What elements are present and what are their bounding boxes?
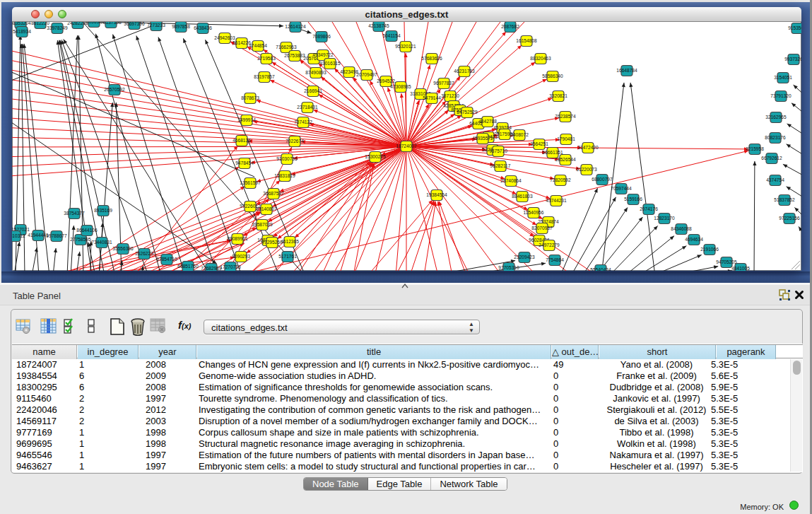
svg-text:33978249: 33978249 bbox=[47, 25, 68, 30]
svg-text:27758595: 27758595 bbox=[70, 237, 91, 242]
svg-text:36697396: 36697396 bbox=[124, 22, 145, 26]
svg-text:70597444: 70597444 bbox=[611, 186, 632, 191]
svg-text:31472420: 31472420 bbox=[577, 145, 599, 150]
svg-text:4612365: 4612365 bbox=[281, 239, 299, 244]
svg-text:3154051: 3154051 bbox=[774, 75, 792, 80]
svg-text:24942603: 24942603 bbox=[214, 35, 235, 40]
svg-text:88320463: 88320463 bbox=[530, 56, 551, 61]
svg-text:16648784: 16648784 bbox=[616, 68, 637, 73]
svg-text:19384554: 19384554 bbox=[426, 192, 447, 197]
svg-text:16154808: 16154808 bbox=[516, 38, 537, 43]
svg-text:9478454: 9478454 bbox=[235, 160, 254, 165]
svg-text:13561597: 13561597 bbox=[240, 180, 261, 185]
svg-text:72820592: 72820592 bbox=[550, 177, 571, 182]
svg-text:7273233: 7273233 bbox=[147, 23, 165, 28]
svg-text:95320121: 95320121 bbox=[395, 44, 416, 49]
svg-text:5479144: 5479144 bbox=[423, 95, 441, 100]
svg-text:35556386: 35556386 bbox=[112, 246, 134, 251]
svg-text:26753883: 26753883 bbox=[284, 53, 305, 58]
svg-text:4668136: 4668136 bbox=[233, 138, 251, 143]
svg-text:73440831: 73440831 bbox=[91, 240, 112, 245]
svg-text:5418934: 5418934 bbox=[13, 29, 31, 34]
svg-text:4841005: 4841005 bbox=[731, 266, 750, 271]
svg-text:66792612: 66792612 bbox=[761, 156, 782, 160]
svg-text:2087682: 2087682 bbox=[501, 24, 519, 29]
svg-text:3871230: 3871230 bbox=[441, 93, 459, 98]
svg-text:2626229: 2626229 bbox=[135, 251, 153, 256]
svg-text:23209423: 23209423 bbox=[514, 255, 535, 259]
svg-text:8215958: 8215958 bbox=[746, 146, 764, 151]
svg-text:96282117: 96282117 bbox=[490, 163, 511, 168]
svg-text:80823176: 80823176 bbox=[765, 135, 786, 140]
svg-text:87490893: 87490893 bbox=[305, 70, 326, 75]
svg-text:89089901: 89089901 bbox=[227, 236, 248, 241]
svg-text:83140807: 83140807 bbox=[256, 206, 277, 211]
svg-text:20570592: 20570592 bbox=[104, 87, 125, 92]
svg-text:82070937: 82070937 bbox=[531, 226, 553, 230]
svg-text:15300275: 15300275 bbox=[365, 154, 386, 159]
svg-text:76238574: 76238574 bbox=[555, 114, 576, 119]
svg-text:15831819: 15831819 bbox=[274, 173, 295, 178]
svg-text:4842788: 4842788 bbox=[478, 119, 497, 124]
svg-text:2694522: 2694522 bbox=[377, 78, 395, 83]
svg-text:3564251: 3564251 bbox=[530, 141, 548, 146]
svg-text:2719583: 2719583 bbox=[257, 56, 276, 61]
svg-text:23718431: 23718431 bbox=[297, 105, 318, 110]
svg-text:39587039: 39587039 bbox=[252, 222, 273, 227]
svg-text:18724007: 18724007 bbox=[396, 144, 417, 148]
svg-text:96977837: 96977837 bbox=[433, 81, 454, 86]
svg-text:49349722: 49349722 bbox=[312, 52, 334, 57]
svg-text:3320821: 3320821 bbox=[549, 93, 567, 98]
svg-text:83197857: 83197857 bbox=[254, 74, 275, 79]
svg-text:5408072: 5408072 bbox=[510, 132, 529, 137]
svg-text:11540956: 11540956 bbox=[524, 210, 544, 215]
svg-text:5159166: 5159166 bbox=[624, 197, 642, 201]
svg-text:19510312: 19510312 bbox=[12, 233, 25, 238]
svg-text:97225156: 97225156 bbox=[779, 216, 800, 221]
svg-text:57683626: 57683626 bbox=[421, 56, 442, 61]
svg-text:84346088: 84346088 bbox=[671, 226, 692, 231]
svg-text:9897858: 9897858 bbox=[172, 24, 190, 29]
svg-text:5171761: 5171761 bbox=[278, 254, 297, 259]
svg-text:12614124: 12614124 bbox=[285, 24, 306, 29]
svg-text:32162965: 32162965 bbox=[765, 115, 787, 119]
svg-text:4374754: 4374754 bbox=[766, 177, 784, 182]
svg-text:84752529: 84752529 bbox=[457, 110, 478, 115]
svg-text:7374122: 7374122 bbox=[294, 119, 312, 124]
svg-text:2166941: 2166941 bbox=[304, 88, 322, 93]
svg-text:78137358: 78137358 bbox=[100, 22, 122, 25]
svg-text:2074176: 2074176 bbox=[640, 206, 658, 211]
svg-text:4823498: 4823498 bbox=[340, 69, 358, 74]
svg-text:68353204: 68353204 bbox=[12, 22, 31, 25]
svg-text:46231783: 46231783 bbox=[454, 69, 475, 74]
svg-text:45935572: 45935572 bbox=[472, 136, 493, 141]
svg-text:61220073: 61220073 bbox=[576, 167, 597, 172]
svg-text:7754864: 7754864 bbox=[546, 257, 564, 262]
svg-text:8090293: 8090293 bbox=[232, 254, 250, 259]
svg-text:67854710: 67854710 bbox=[156, 257, 177, 262]
svg-text:72682989: 72682989 bbox=[201, 266, 222, 271]
svg-text:68800797: 68800797 bbox=[592, 177, 613, 182]
svg-text:47308985: 47308985 bbox=[390, 84, 411, 89]
svg-text:9937326: 9937326 bbox=[784, 57, 801, 62]
svg-text:43744231: 43744231 bbox=[546, 198, 567, 203]
svg-text:99788677: 99788677 bbox=[46, 233, 67, 238]
svg-text:17270733: 17270733 bbox=[220, 264, 241, 269]
svg-text:5041154: 5041154 bbox=[382, 33, 401, 38]
svg-text:47295260: 47295260 bbox=[261, 240, 283, 245]
svg-text:4744854: 4744854 bbox=[249, 43, 267, 48]
svg-text:36687537: 36687537 bbox=[263, 191, 284, 196]
svg-text:93016315: 93016315 bbox=[319, 61, 341, 66]
svg-text:1790481: 1790481 bbox=[557, 136, 575, 141]
svg-text:94705205: 94705205 bbox=[716, 259, 737, 264]
svg-text:86644106: 86644106 bbox=[76, 228, 98, 233]
svg-text:1499914: 1499914 bbox=[237, 117, 256, 122]
svg-text:9375710: 9375710 bbox=[489, 148, 507, 153]
svg-text:18526544: 18526544 bbox=[555, 157, 576, 162]
svg-text:6438436: 6438436 bbox=[194, 25, 212, 30]
svg-text:97705310: 97705310 bbox=[498, 265, 519, 270]
svg-text:73791320: 73791320 bbox=[770, 93, 792, 98]
svg-text:9153566: 9153566 bbox=[788, 25, 801, 30]
svg-text:71662963: 71662963 bbox=[276, 45, 297, 49]
svg-text:58586340: 58586340 bbox=[542, 74, 563, 78]
